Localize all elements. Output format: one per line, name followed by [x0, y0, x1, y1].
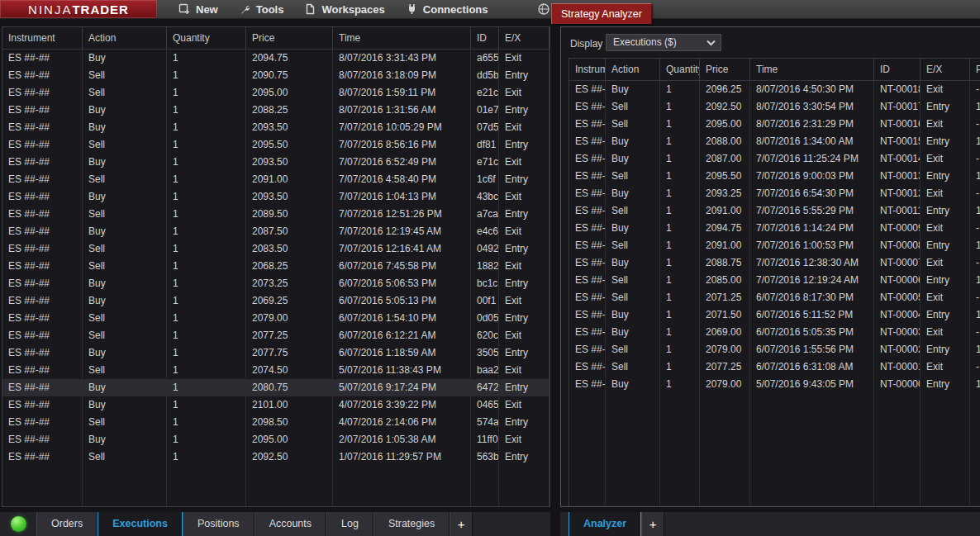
table-row[interactable]: ES ##-##Sell12089.507/07/2016 12:51:26 P… — [2, 206, 549, 223]
column-header-quantity[interactable]: Quantity — [167, 27, 246, 49]
table-row[interactable]: ES ##-##Sell12091.007/07/2016 1:00:53 PM… — [569, 237, 980, 254]
cell-e-x: Exit — [499, 362, 549, 379]
column-header-time[interactable]: Time — [333, 27, 471, 49]
tab-orders[interactable]: Orders — [36, 512, 98, 536]
tab-positions[interactable]: Positions — [183, 512, 255, 536]
table-row[interactable]: ES ##-##Buy12087.507/07/2016 12:19:45 AM… — [2, 223, 549, 240]
table-row[interactable]: ES ##-##Buy12069.256/07/2016 5:05:13 PM0… — [2, 292, 549, 310]
table-row[interactable]: ES ##-##Sell12077.256/07/2016 6:31:08 AM… — [569, 358, 980, 376]
column-header-e-x[interactable]: E/X — [499, 27, 549, 49]
table-row[interactable]: ES ##-##Sell12091.007/07/2016 5:55:29 PM… — [569, 202, 980, 220]
column-header-quantity[interactable]: Quantity — [660, 59, 700, 80]
cell-e-x: Entry — [499, 171, 549, 188]
display-dropdown[interactable]: Executions ($) — [606, 34, 721, 51]
cell-action: Buy — [606, 376, 660, 393]
column-header-instrument[interactable]: Instrument — [2, 27, 83, 49]
cell-price: 2071.25 — [700, 289, 750, 306]
cell-quantity: 1 — [660, 358, 700, 376]
tab-analyzer[interactable]: Analyzer — [568, 512, 641, 536]
table-row[interactable]: ES ##-##Buy12080.755/07/2016 9:17:24 PM6… — [2, 379, 549, 396]
table-row[interactable]: ES ##-##Buy12093.507/07/2016 6:52:49 PMe… — [2, 154, 549, 171]
column-header-id[interactable]: ID — [874, 59, 921, 80]
cell-e-x: Exit — [499, 223, 549, 240]
cell-e-x: Entry — [921, 168, 970, 185]
table-row[interactable]: ES ##-##Buy12095.002/07/2016 1:05:38 AM1… — [2, 431, 549, 448]
tab-log[interactable]: Log — [326, 512, 373, 536]
cell-action: Sell — [83, 448, 167, 466]
executions-table-header: InstrumentActionQuantityPriceTimeIDE/X — [2, 27, 549, 50]
table-row[interactable]: ES ##-##Sell12083.507/07/2016 12:16:41 A… — [2, 240, 549, 258]
menu-item-workspaces[interactable]: Workspaces — [305, 0, 384, 18]
table-row[interactable]: ES ##-##Buy12093.507/07/2016 1:04:13 PM4… — [2, 188, 549, 206]
strategy-analyzer-window-tab[interactable]: Strategy Analyzer — [551, 3, 652, 24]
cell-action: Sell — [606, 168, 660, 185]
table-row[interactable]: ES ##-##Sell12085.007/07/2016 12:19:24 A… — [569, 272, 980, 289]
table-row[interactable]: ES ##-##Sell12079.006/07/2016 1:55:56 PM… — [569, 341, 980, 358]
menu-item-new[interactable]: New — [178, 0, 218, 18]
column-header-p[interactable]: P — [970, 59, 980, 80]
add-tab-button[interactable]: + — [450, 512, 473, 536]
table-row[interactable]: ES ##-##Buy12093.257/07/2016 6:54:30 PMN… — [569, 185, 980, 202]
table-row[interactable]: ES ##-##Buy12069.006/07/2016 5:05:35 PMN… — [569, 324, 980, 341]
table-row[interactable]: ES ##-##Buy12087.007/07/2016 11:25:24 PM… — [569, 150, 980, 168]
table-row[interactable]: ES ##-##Buy12073.256/07/2016 5:06:53 PMb… — [2, 275, 549, 292]
table-row[interactable]: ES ##-##Sell12095.008/07/2016 2:31:29 PM… — [569, 116, 980, 133]
table-row[interactable]: ES ##-##Sell12079.006/07/2016 1:54:10 PM… — [2, 310, 549, 327]
cell-action: Sell — [83, 310, 167, 327]
table-row[interactable]: ES ##-##Buy12079.005/07/2016 9:43:05 PMN… — [569, 376, 980, 393]
table-row[interactable]: ES ##-##Buy12071.506/07/2016 5:11:52 PMN… — [569, 306, 980, 324]
column-header-action[interactable]: Action — [83, 27, 167, 49]
cell-action: Buy — [83, 431, 167, 448]
table-row[interactable]: ES ##-##Buy12088.757/07/2016 12:38:30 AM… — [569, 254, 980, 272]
cell-e-x: Entry — [499, 310, 549, 327]
column-header-price[interactable]: Price — [246, 27, 333, 49]
table-row[interactable]: ES ##-##Buy12094.758/07/2016 3:31:43 PMa… — [2, 50, 549, 67]
table-row[interactable]: ES ##-##Buy12077.756/07/2016 1:18:59 AM3… — [2, 344, 549, 362]
cell-e-x: Entry — [921, 133, 970, 150]
menu-item-connections[interactable]: Connections — [407, 0, 488, 18]
table-row[interactable]: ES ##-##Sell12092.508/07/2016 3:30:54 PM… — [569, 98, 980, 116]
table-row[interactable]: ES ##-##Sell12074.505/07/2016 11:38:43 P… — [2, 362, 549, 379]
table-row[interactable]: ES ##-##Sell12098.504/07/2016 2:14:06 PM… — [2, 414, 549, 431]
cell-id: 3505 — [471, 344, 499, 362]
table-row[interactable]: ES ##-##Sell12095.008/07/2016 1:59:11 PM… — [2, 84, 549, 102]
table-row[interactable]: ES ##-##Sell12092.501/07/2016 11:29:57 P… — [2, 448, 549, 466]
cell-p: 1 — [970, 202, 980, 220]
table-row[interactable]: ES ##-##Sell12068.256/07/2016 7:45:58 PM… — [2, 258, 549, 275]
tab-strategies[interactable]: Strategies — [373, 512, 450, 536]
column-header-id[interactable]: ID — [471, 27, 499, 49]
table-row[interactable]: ES ##-##Sell12095.507/07/2016 9:00:03 PM… — [569, 168, 980, 185]
table-row[interactable]: ES ##-##Sell12095.507/07/2016 8:56:16 PM… — [2, 136, 549, 154]
table-row[interactable]: ES ##-##Buy12094.757/07/2016 1:14:24 PMN… — [569, 220, 980, 237]
empty-cell — [750, 393, 874, 506]
menu-item-tools[interactable]: Tools — [240, 0, 284, 18]
table-row[interactable]: ES ##-##Sell12090.758/07/2016 3:18:09 PM… — [2, 67, 549, 84]
table-row[interactable]: ES ##-##Buy12096.258/07/2016 4:50:30 PMN… — [569, 81, 980, 98]
tab-executions[interactable]: Executions — [98, 512, 183, 536]
column-header-instrument[interactable]: Instrument — [569, 59, 606, 80]
table-row[interactable]: ES ##-##Buy12088.258/07/2016 1:31:56 AM0… — [2, 102, 549, 119]
plug-icon — [407, 3, 417, 15]
cell-action: Sell — [83, 67, 167, 84]
table-row[interactable]: ES ##-##Sell12077.256/07/2016 6:12:21 AM… — [2, 327, 549, 344]
cell-id: NT-00005 — [874, 289, 921, 306]
cell-action: Buy — [606, 306, 660, 324]
cell-instrument: ES ##-## — [2, 396, 83, 414]
table-row[interactable]: ES ##-##Buy12093.507/07/2016 10:05:29 PM… — [2, 119, 549, 136]
add-tab-button[interactable]: + — [641, 512, 664, 536]
cell-price: 2094.75 — [700, 220, 750, 237]
table-row[interactable]: ES ##-##Buy12101.004/07/2016 3:39:22 PM0… — [2, 396, 549, 414]
ninjatrader-logo: NINJATRADER — [0, 0, 157, 18]
table-row[interactable]: ES ##-##Sell12091.007/07/2016 4:58:40 PM… — [2, 171, 549, 188]
cell-id: 1882 — [471, 258, 499, 275]
cell-p: 1 — [970, 376, 980, 393]
column-header-e-x[interactable]: E/X — [921, 59, 970, 80]
tab-accounts[interactable]: Accounts — [255, 512, 326, 536]
column-header-action[interactable]: Action — [606, 59, 660, 80]
column-header-time[interactable]: Time — [750, 59, 874, 80]
column-header-price[interactable]: Price — [700, 59, 750, 80]
table-row[interactable]: ES ##-##Sell12071.256/07/2016 8:17:30 PM… — [569, 289, 980, 306]
table-row[interactable]: ES ##-##Buy12088.008/07/2016 1:34:00 AMN… — [569, 133, 980, 150]
globe-icon[interactable] — [537, 2, 550, 19]
cell-instrument: ES ##-## — [569, 272, 606, 289]
